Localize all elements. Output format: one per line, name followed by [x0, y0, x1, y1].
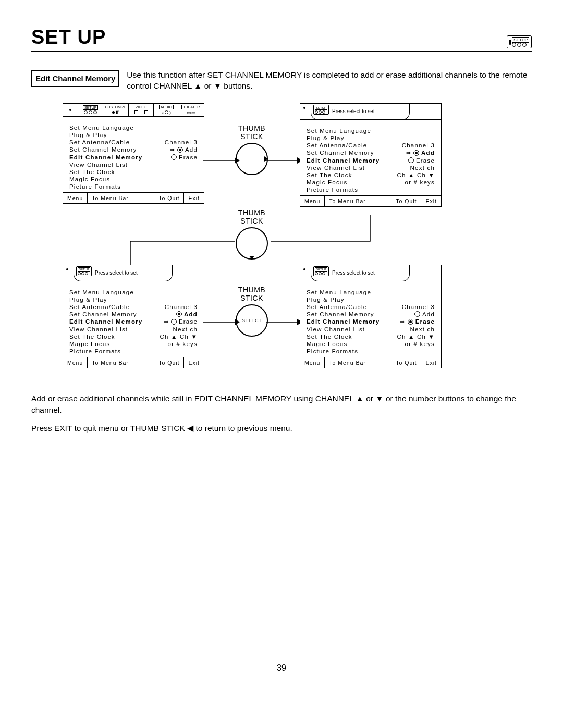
footer-paragraph-1: Add or erase additional channels while s… — [31, 393, 532, 415]
osd-panel-1: SETUP CUSTOMIZE◧ VIDEO— AUDIO♪) THEATER▭… — [63, 103, 204, 204]
page-title: SET UP — [31, 26, 106, 48]
section-intro-text: Use this function after SET CHANNEL MEMO… — [127, 70, 532, 92]
footer-paragraph-2: Press EXIT to quit menu or THUMB STICK ◀… — [31, 423, 532, 434]
osd-panel-3: SETUP Press select to set Set Menu Langu… — [63, 265, 204, 368]
page-number: 39 — [31, 663, 532, 673]
setup-category-icon: SETUP — [507, 35, 532, 48]
thumb-stick-3: THUMB STICK SELECT — [236, 286, 268, 337]
osd-panel-2: SETUP Press select to set Set Menu Langu… — [300, 103, 442, 207]
thumb-stick-2: THUMB STICK — [236, 208, 268, 260]
thumb-stick-1: THUMB STICK — [236, 124, 268, 175]
section-label-box: Edit Channel Memory — [31, 70, 119, 87]
osd-panel-4: SETUP Press select to set Set Menu Langu… — [300, 265, 442, 368]
flow-diagram: SETUP CUSTOMIZE◧ VIDEO— AUDIO♪) THEATER▭… — [31, 98, 532, 390]
